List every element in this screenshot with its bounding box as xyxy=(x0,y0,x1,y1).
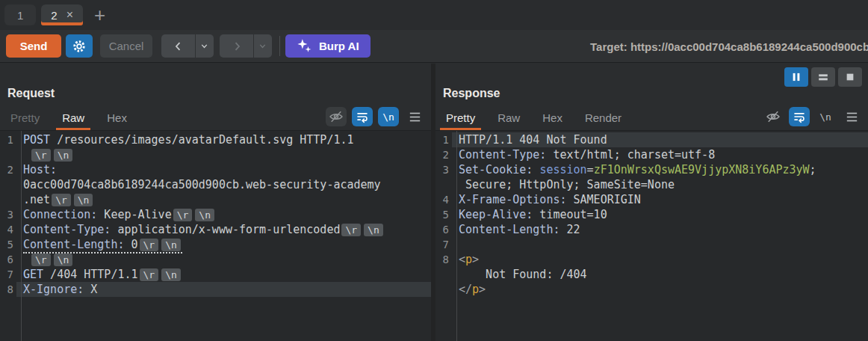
history-back-dropdown[interactable] xyxy=(196,34,213,58)
repeater-tab-2[interactable]: 2 × xyxy=(41,4,83,25)
crlf-badge: \n xyxy=(195,209,214,221)
code-line[interactable]: 7 xyxy=(435,237,868,252)
line-number xyxy=(435,177,452,192)
line-number: 3 xyxy=(435,162,452,177)
response-editor-toolbar: \n xyxy=(763,107,862,126)
single-pane-icon xyxy=(843,71,857,83)
response-title: Response xyxy=(443,87,500,100)
wrap-lines-icon xyxy=(793,110,806,123)
request-title: Request xyxy=(7,87,55,100)
chevron-down-icon xyxy=(258,41,267,51)
hide-nonprintable-button[interactable] xyxy=(763,107,784,126)
code-line[interactable]: 3Connection: Keep-Alive\r\n xyxy=(0,207,431,222)
history-forward-dropdown[interactable] xyxy=(254,34,271,58)
editor-menu-button[interactable] xyxy=(841,107,862,126)
tab-label: 1 xyxy=(17,9,23,22)
line-number: 3 xyxy=(0,207,16,222)
tab-label: 2 xyxy=(51,9,57,22)
request-view-tabs: Pretty Raw Hex xyxy=(4,105,143,130)
line-number: 4 xyxy=(435,192,452,207)
hide-nonprintable-button[interactable] xyxy=(326,107,347,126)
line-number xyxy=(0,192,16,207)
newline-toggle-button[interactable]: \n xyxy=(378,107,399,126)
line-number xyxy=(0,147,16,162)
tab-render[interactable]: Render xyxy=(579,105,627,130)
toolbar-separator xyxy=(279,36,280,56)
layout-single-button[interactable] xyxy=(838,67,862,87)
code-line[interactable]: 1POST /resources/images/avatarDefault.sv… xyxy=(0,132,431,147)
code-line[interactable]: 5Content-Length: 0\r\n xyxy=(0,237,431,252)
crlf-badge: \r xyxy=(173,209,193,221)
tab-pretty[interactable]: Pretty xyxy=(440,105,481,130)
crlf-badge: \n xyxy=(364,224,383,236)
rows-layout-icon xyxy=(816,71,830,83)
target-label: Target: https://0acc00d704ca8b6189244ca5… xyxy=(590,30,868,63)
tab-pretty[interactable]: Pretty xyxy=(4,105,46,130)
eye-slash-icon xyxy=(329,109,344,124)
code-line[interactable]: \r\n xyxy=(0,147,431,162)
tab-hex[interactable]: Hex xyxy=(101,105,133,130)
code-line[interactable]: 5Keep-Alive: timeout=10 xyxy=(435,207,868,222)
line-text: HTTP/1.1 404 Not Found xyxy=(452,132,868,147)
repeater-tab-1[interactable]: 1 xyxy=(4,4,36,25)
code-line[interactable]: </p> xyxy=(435,282,868,297)
close-tab-icon[interactable]: × xyxy=(66,9,73,21)
wrap-lines-button[interactable] xyxy=(352,107,373,126)
add-tab-button[interactable]: + xyxy=(94,5,105,25)
send-button[interactable]: Send xyxy=(6,34,61,58)
line-text: </p> xyxy=(452,282,868,297)
code-line[interactable]: 3Set-Cookie: session=zF1OnWrsxQswAE9Vjjy… xyxy=(435,162,868,177)
line-text: \r\n xyxy=(16,252,431,267)
code-line[interactable]: 4X-Frame-Options: SAMEORIGIN xyxy=(435,192,868,207)
code-line[interactable]: 8X-Ignore: X xyxy=(0,282,431,297)
code-line[interactable]: 8<p> xyxy=(435,252,868,267)
code-line[interactable]: 6Content-Length: 22 xyxy=(435,222,868,237)
layout-buttons xyxy=(784,67,862,87)
code-line[interactable]: 7GET /404 HTTP/1.1\r\n xyxy=(0,267,431,282)
wrap-lines-button[interactable] xyxy=(789,107,810,126)
line-number: 4 xyxy=(0,222,16,237)
code-line[interactable]: .net\r\n xyxy=(0,192,431,207)
code-line[interactable]: Secure; HttpOnly; SameSite=None xyxy=(435,177,868,192)
hamburger-menu-icon xyxy=(846,111,858,123)
line-text: Host: xyxy=(16,162,431,177)
layout-columns-button[interactable] xyxy=(784,67,808,87)
code-line[interactable]: 0acc00d704ca8b6189244ca500d900cb.web-sec… xyxy=(0,177,431,192)
line-text: Content-Type: text/html; charset=utf-8 xyxy=(452,147,868,162)
editor-menu-button[interactable] xyxy=(404,107,425,126)
tab-raw[interactable]: Raw xyxy=(492,105,526,130)
wrap-lines-icon xyxy=(356,110,369,123)
line-number: 1 xyxy=(435,132,452,147)
crlf-badge: \r xyxy=(140,268,159,281)
code-line[interactable]: 2Host: xyxy=(0,162,431,177)
burp-ai-button[interactable]: Burp AI xyxy=(285,34,371,58)
line-text: Keep-Alive: timeout=10 xyxy=(452,207,868,222)
request-editor-toolbar: \n xyxy=(326,107,425,126)
code-line[interactable]: 4Content-Type: application/x-www-form-ur… xyxy=(0,222,431,237)
crlf-badge: \n xyxy=(54,254,73,266)
newline-toggle-button[interactable]: \n xyxy=(815,107,836,126)
line-number: 5 xyxy=(435,207,452,222)
send-settings-button[interactable] xyxy=(66,34,93,58)
newline-icon: \n xyxy=(819,111,831,123)
history-forward-button[interactable] xyxy=(220,34,254,58)
tab-raw[interactable]: Raw xyxy=(56,105,90,130)
hamburger-menu-icon xyxy=(409,111,421,123)
layout-rows-button[interactable] xyxy=(811,67,835,87)
toolbar: Send Cancel Burp AI Target: https://0acc… xyxy=(0,30,868,63)
code-line[interactable]: Not Found: /404 xyxy=(435,267,868,282)
code-line[interactable]: 1HTTP/1.1 404 Not Found xyxy=(435,132,868,147)
request-editor[interactable]: 1POST /resources/images/avatarDefault.sv… xyxy=(0,131,431,341)
line-text: Content-Type: application/x-www-form-url… xyxy=(16,222,431,237)
code-line[interactable]: 2Content-Type: text/html; charset=utf-8 xyxy=(435,147,868,162)
cancel-button[interactable]: Cancel xyxy=(100,34,152,58)
tab-hex[interactable]: Hex xyxy=(536,105,568,130)
eye-slash-icon xyxy=(766,109,781,124)
code-line[interactable]: 6 \r\n xyxy=(0,252,431,267)
history-back-button[interactable] xyxy=(161,34,196,58)
line-text: 0acc00d704ca8b6189244ca500d900cb.web-sec… xyxy=(16,177,431,192)
line-text: Secure; HttpOnly; SameSite=None xyxy=(452,177,868,192)
request-panel: Request Pretty Raw Hex \n xyxy=(0,64,431,341)
response-editor[interactable]: 1HTTP/1.1 404 Not Found2Content-Type: te… xyxy=(435,131,868,341)
line-text: X-Frame-Options: SAMEORIGIN xyxy=(452,192,868,207)
